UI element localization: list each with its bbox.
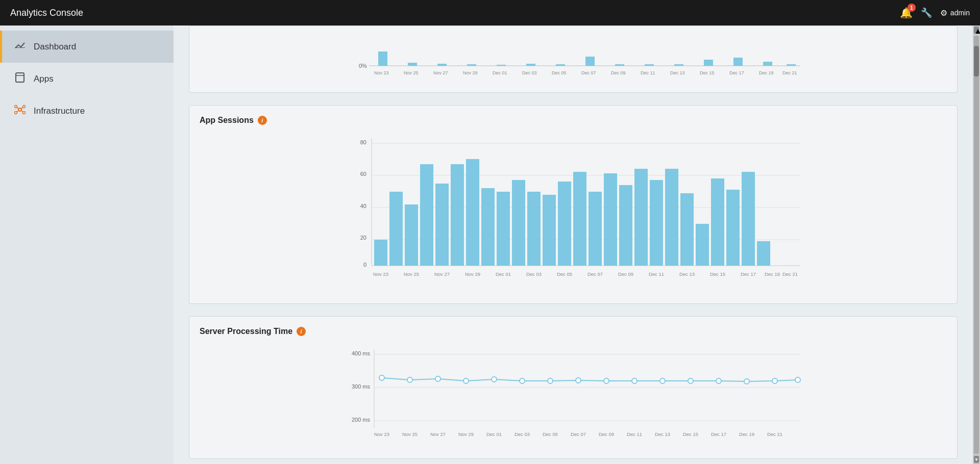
server-processing-title: Server Processing Time i xyxy=(200,327,947,336)
scrollbar-track[interactable] xyxy=(974,36,979,454)
app-sessions-info-icon[interactable]: i xyxy=(258,116,267,125)
app-sessions-title: App Sessions i xyxy=(200,116,947,125)
sidebar-item-infrastructure[interactable]: Infrastructure xyxy=(0,95,174,127)
svg-point-112 xyxy=(632,378,637,383)
svg-point-115 xyxy=(716,378,721,383)
sidebar-item-dashboard[interactable]: Dashboard xyxy=(0,31,174,63)
svg-point-117 xyxy=(772,378,777,383)
admin-menu[interactable]: ⚙ admin xyxy=(940,8,970,18)
svg-rect-22 xyxy=(615,64,624,66)
server-processing-chart: 400 ms 300 ms 200 ms xyxy=(200,344,947,448)
dashboard-icon xyxy=(14,40,26,54)
error-rate-chart-section: 0% xyxy=(189,25,958,93)
svg-point-114 xyxy=(688,378,693,383)
svg-text:Dec 15: Dec 15 xyxy=(710,271,725,277)
svg-rect-15 xyxy=(408,63,417,66)
svg-text:Dec 19: Dec 19 xyxy=(739,431,754,437)
svg-rect-1 xyxy=(16,73,24,82)
svg-text:Dec 03: Dec 03 xyxy=(522,70,537,75)
svg-text:Dec 11: Dec 11 xyxy=(649,271,664,277)
svg-point-104 xyxy=(407,377,412,382)
svg-text:60: 60 xyxy=(360,171,366,177)
svg-rect-69 xyxy=(589,192,602,266)
svg-text:Nov 29: Nov 29 xyxy=(458,431,474,437)
header-actions: 🔔 1 🔧 ⚙ admin xyxy=(900,7,970,19)
svg-text:Dec 19: Dec 19 xyxy=(759,70,774,75)
svg-text:Dec 11: Dec 11 xyxy=(641,70,655,75)
wrench-button[interactable]: 🔧 xyxy=(921,7,932,18)
svg-rect-56 xyxy=(389,192,403,266)
svg-text:Dec 03: Dec 03 xyxy=(514,431,530,437)
svg-text:80: 80 xyxy=(360,139,366,145)
svg-rect-75 xyxy=(680,193,694,266)
app-sessions-chart: 80 60 40 20 0 xyxy=(200,133,947,293)
svg-rect-80 xyxy=(757,241,770,266)
svg-text:Nov 25: Nov 25 xyxy=(404,70,419,75)
svg-rect-17 xyxy=(467,64,476,66)
svg-rect-25 xyxy=(704,60,713,66)
svg-point-106 xyxy=(463,378,469,383)
scrollbar-arrow-up[interactable]: ▲ xyxy=(974,27,979,34)
svg-point-118 xyxy=(795,377,800,382)
svg-rect-68 xyxy=(573,172,586,266)
scrollbar-arrow-down[interactable]: ▼ xyxy=(974,456,979,463)
apps-icon xyxy=(14,72,26,86)
svg-text:400 ms: 400 ms xyxy=(352,350,371,356)
sidebar-item-apps[interactable]: Apps xyxy=(0,63,174,95)
scrollbar-thumb[interactable] xyxy=(974,46,979,76)
svg-rect-24 xyxy=(674,64,683,66)
svg-text:Dec 05: Dec 05 xyxy=(557,271,572,277)
svg-text:Nov 29: Nov 29 xyxy=(465,271,480,277)
svg-rect-55 xyxy=(374,240,387,266)
svg-rect-76 xyxy=(696,224,709,266)
svg-text:Dec 13: Dec 13 xyxy=(679,271,695,277)
app-title: Analytics Console xyxy=(10,8,83,18)
svg-point-5 xyxy=(23,106,26,108)
sidebar-item-apps-label: Apps xyxy=(34,74,54,84)
server-processing-section: Server Processing Time i 400 ms 300 ms 2… xyxy=(189,316,958,459)
svg-text:0%: 0% xyxy=(359,63,367,69)
svg-point-103 xyxy=(379,375,384,380)
svg-text:Nov 27: Nov 27 xyxy=(433,70,448,75)
svg-rect-0 xyxy=(15,47,25,48)
svg-point-6 xyxy=(15,112,17,114)
svg-rect-63 xyxy=(497,192,510,266)
server-processing-info-icon[interactable]: i xyxy=(297,327,306,336)
svg-rect-66 xyxy=(543,195,556,266)
main-content: 0% xyxy=(174,25,973,464)
svg-rect-57 xyxy=(405,204,418,266)
svg-text:Nov 23: Nov 23 xyxy=(374,431,389,437)
svg-point-4 xyxy=(15,106,17,108)
svg-text:Dec 13: Dec 13 xyxy=(670,70,685,75)
svg-rect-18 xyxy=(497,65,506,66)
svg-rect-79 xyxy=(742,172,755,266)
svg-text:Dec 21: Dec 21 xyxy=(767,431,782,437)
svg-rect-20 xyxy=(556,64,565,66)
svg-line-11 xyxy=(21,111,23,112)
svg-rect-77 xyxy=(711,178,724,266)
svg-text:Dec 11: Dec 11 xyxy=(627,431,642,437)
notification-button[interactable]: 🔔 1 xyxy=(900,7,913,19)
svg-text:40: 40 xyxy=(360,203,366,209)
svg-line-8 xyxy=(17,108,19,109)
svg-point-113 xyxy=(660,378,665,383)
svg-text:Dec 17: Dec 17 xyxy=(729,70,744,75)
svg-rect-16 xyxy=(437,64,447,66)
svg-text:Nov 25: Nov 25 xyxy=(404,271,419,277)
svg-rect-59 xyxy=(435,184,449,266)
scrollbar[interactable]: ▲ ▼ xyxy=(973,25,980,464)
infrastructure-icon xyxy=(14,104,26,118)
svg-text:Dec 05: Dec 05 xyxy=(552,70,567,75)
svg-text:Dec 03: Dec 03 xyxy=(526,271,542,277)
svg-rect-67 xyxy=(558,182,571,266)
svg-rect-78 xyxy=(726,190,740,266)
svg-rect-71 xyxy=(619,185,632,266)
error-rate-chart: 0% xyxy=(200,31,947,84)
svg-text:Dec 01: Dec 01 xyxy=(496,271,511,277)
svg-text:Dec 09: Dec 09 xyxy=(599,431,614,437)
admin-gear-icon: ⚙ xyxy=(940,8,947,18)
svg-text:Dec 09: Dec 09 xyxy=(618,271,633,277)
svg-text:Dec 17: Dec 17 xyxy=(741,271,756,277)
svg-rect-65 xyxy=(527,192,541,266)
svg-point-116 xyxy=(744,379,749,384)
